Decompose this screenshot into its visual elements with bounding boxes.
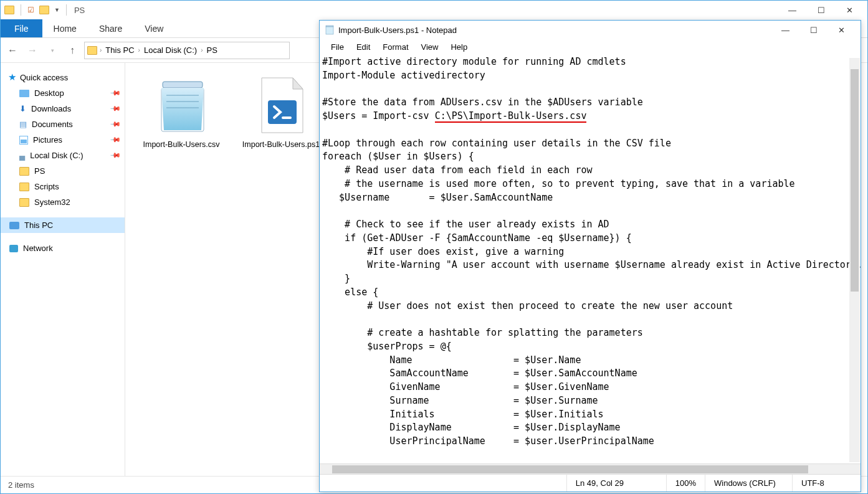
quick-access-label: Quick access xyxy=(20,73,68,82)
close-button[interactable]: ✕ xyxy=(836,1,864,19)
properties-icon[interactable]: ☑ xyxy=(27,6,34,14)
computer-icon xyxy=(9,222,19,229)
menu-file[interactable]: File xyxy=(326,41,349,53)
network-icon xyxy=(9,245,18,252)
nav-label: Pictures xyxy=(33,135,62,145)
pin-icon: 📌 xyxy=(109,87,121,99)
recent-dropdown-icon[interactable]: ▾ xyxy=(44,42,60,59)
status-zoom: 100% xyxy=(666,475,705,492)
forward-button[interactable]: → xyxy=(24,42,41,59)
nav-label: System32 xyxy=(34,197,70,207)
qat-separator xyxy=(21,4,21,16)
tab-home[interactable]: Home xyxy=(42,19,88,37)
nav-item-local-disk[interactable]: ▄Local Disk (C:)📌 xyxy=(1,148,125,163)
svg-rect-10 xyxy=(326,26,333,27)
notepad-menu: File Edit Format View Help xyxy=(320,39,861,54)
status-encoding: UTF-8 xyxy=(792,475,861,492)
quick-access-header[interactable]: ★ Quick access xyxy=(1,69,125,85)
nav-item-system32[interactable]: System32 xyxy=(1,194,125,210)
document-icon: ▤ xyxy=(19,120,27,129)
svg-rect-11 xyxy=(326,27,333,34)
nav-item-ps[interactable]: PS xyxy=(1,163,125,179)
folder-icon xyxy=(19,198,29,207)
status-cursor-pos: Ln 49, Col 29 xyxy=(566,475,666,492)
file-item-csv[interactable]: Import-Bulk-Users.csv xyxy=(138,74,225,149)
nav-label: Network xyxy=(23,244,53,253)
tab-share[interactable]: Share xyxy=(88,19,133,37)
file-item-ps1[interactable]: Import-Bulk-Users.ps1 xyxy=(237,74,325,149)
desktop-icon xyxy=(19,90,29,97)
explorer-titlebar[interactable]: ☑ ▼ PS — ☐ ✕ xyxy=(1,1,867,19)
notepad-window-controls: — ☐ ✕ xyxy=(771,21,856,39)
nav-label: Scripts xyxy=(34,182,59,191)
nav-item-pictures[interactable]: Pictures📌 xyxy=(1,132,125,148)
navigation-pane: ★ Quick access Desktop📌 ⬇Downloads📌 ▤Doc… xyxy=(1,63,125,476)
nav-label: PS xyxy=(34,166,45,176)
quick-access-toolbar: ☑ ▼ xyxy=(4,4,68,16)
notepad-titlebar[interactable]: Import-Bulk-Users.ps1 - Notepad — ☐ ✕ xyxy=(320,21,861,39)
chevron-right-icon[interactable]: › xyxy=(100,47,102,54)
window-title: PS xyxy=(74,6,85,15)
pin-icon: 📌 xyxy=(109,150,121,161)
menu-edit[interactable]: Edit xyxy=(351,41,375,53)
breadcrumb-item[interactable]: PS xyxy=(206,45,219,55)
up-button[interactable]: ↑ xyxy=(64,42,80,59)
svg-marker-7 xyxy=(293,78,303,89)
breadcrumb-item[interactable]: Local Disk (C:) xyxy=(143,45,198,55)
nav-item-this-pc[interactable]: This PC xyxy=(1,217,125,233)
qat-dropdown-icon[interactable]: ▼ xyxy=(54,7,60,13)
notepad-statusbar: Ln 49, Col 29 100% Windows (CRLF) UTF-8 xyxy=(320,474,861,492)
notepad-window: Import-Bulk-Users.ps1 - Notepad — ☐ ✕ Fi… xyxy=(319,20,861,492)
menu-view[interactable]: View xyxy=(416,41,444,53)
breadcrumb[interactable]: › This PC › Local Disk (C:) › PS xyxy=(84,42,290,59)
nav-item-downloads[interactable]: ⬇Downloads📌 xyxy=(1,101,125,116)
svg-rect-8 xyxy=(268,100,297,124)
nav-item-network[interactable]: Network xyxy=(1,240,125,256)
nav-item-scripts[interactable]: Scripts xyxy=(1,179,125,194)
pictures-icon xyxy=(19,136,28,145)
nav-label: This PC xyxy=(24,221,53,230)
folder-icon xyxy=(19,183,29,191)
window-controls: — ☐ ✕ xyxy=(778,1,864,19)
tab-file[interactable]: File xyxy=(1,19,42,37)
maximize-button[interactable]: ☐ xyxy=(799,21,827,39)
powershell-file-icon xyxy=(237,74,325,136)
download-icon: ⬇ xyxy=(19,104,26,113)
menu-help[interactable]: Help xyxy=(446,41,472,53)
notepad-title: Import-Bulk-Users.ps1 - Notepad xyxy=(338,26,457,35)
nav-label: Local Disk (C:) xyxy=(30,151,83,160)
notepad-file-icon xyxy=(138,74,225,136)
nav-label: Documents xyxy=(32,120,73,129)
pin-icon: 📌 xyxy=(109,118,121,130)
editor-textarea[interactable]: #Import active directory module for runn… xyxy=(320,54,861,463)
tab-view[interactable]: View xyxy=(133,19,174,37)
folder-icon xyxy=(87,46,97,55)
menu-format[interactable]: Format xyxy=(378,41,413,53)
close-button[interactable]: ✕ xyxy=(827,21,856,39)
chevron-right-icon[interactable]: › xyxy=(138,47,140,54)
nav-item-desktop[interactable]: Desktop📌 xyxy=(1,85,125,101)
pin-icon: 📌 xyxy=(109,134,121,146)
nav-item-documents[interactable]: ▤Documents📌 xyxy=(1,116,125,132)
minimize-button[interactable]: — xyxy=(771,21,799,39)
horizontal-scrollbar[interactable] xyxy=(320,463,861,474)
back-button[interactable]: ← xyxy=(4,42,21,59)
status-item-count: 2 items xyxy=(8,480,34,490)
nav-label: Downloads xyxy=(31,104,71,113)
star-icon: ★ xyxy=(8,72,16,83)
chevron-right-icon[interactable]: › xyxy=(201,47,203,54)
new-folder-icon[interactable] xyxy=(39,6,49,14)
file-label: Import-Bulk-Users.csv xyxy=(138,140,225,149)
code-text: #Loop through each row containing user d… xyxy=(322,138,861,447)
file-label: Import-Bulk-Users.ps1 xyxy=(237,140,325,149)
folder-icon xyxy=(4,6,14,14)
folder-icon xyxy=(19,167,29,176)
minimize-button[interactable]: — xyxy=(778,1,806,19)
breadcrumb-item[interactable]: This PC xyxy=(104,45,135,55)
vertical-scrollbar[interactable] xyxy=(849,58,860,462)
highlighted-path: C:\PS\Import-Bulk-Users.csv xyxy=(435,110,587,123)
disk-icon: ▄ xyxy=(19,151,25,160)
qat-separator xyxy=(66,4,67,16)
status-eol: Windows (CRLF) xyxy=(705,475,792,492)
maximize-button[interactable]: ☐ xyxy=(807,1,835,19)
